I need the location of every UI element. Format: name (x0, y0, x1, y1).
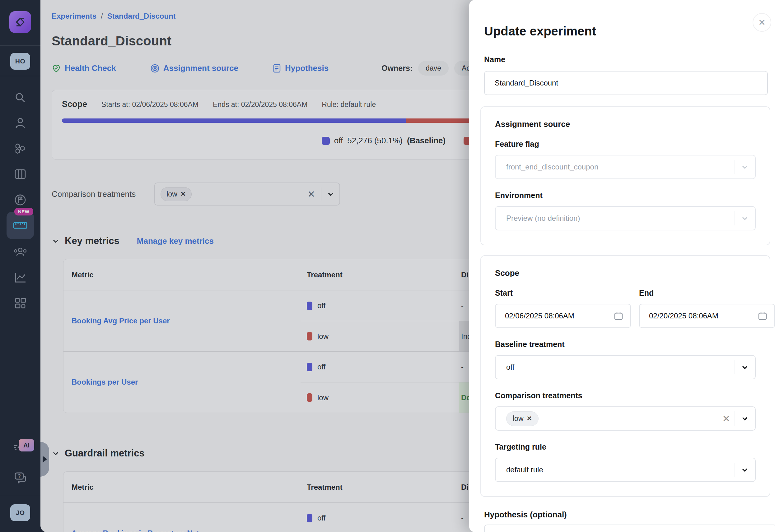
comparison-treatments-select[interactable]: low ✕ ✕ (495, 406, 756, 431)
calendar-icon[interactable] (758, 311, 768, 321)
chevron-down-icon[interactable] (740, 414, 749, 423)
start-label: Start (495, 289, 631, 298)
divider (735, 160, 735, 174)
name-input[interactable] (484, 71, 768, 95)
name-label: Name (484, 55, 775, 64)
targeting-rule-select[interactable]: default rule (495, 458, 756, 482)
hypothesis-textarea[interactable] (484, 525, 775, 532)
start-date-input[interactable]: 02/06/2025 08:06AM (495, 304, 631, 328)
end-label: End (639, 289, 775, 298)
targeting-rule-label: Targeting rule (495, 442, 756, 451)
calendar-icon[interactable] (614, 311, 624, 321)
divider (735, 211, 735, 225)
chevron-down-icon[interactable] (740, 363, 749, 372)
divider (735, 411, 735, 426)
end-date-input[interactable]: 02/20/2025 08:06AM (639, 304, 775, 328)
divider (735, 463, 735, 477)
feature-flag-select[interactable]: front_end_discount_coupon (495, 155, 756, 179)
scope-title: Scope (495, 268, 756, 278)
assignment-source-title: Assignment source (495, 119, 756, 129)
chevron-down-icon (740, 214, 749, 223)
divider (735, 360, 735, 374)
assignment-source-card: Assignment source Feature flag front_end… (480, 106, 770, 245)
drawer-title: Update experiment (484, 24, 775, 38)
comparison-treatments-label: Comparison treatments (495, 391, 756, 400)
feature-flag-label: Feature flag (495, 140, 756, 149)
treatment-chip-low[interactable]: low ✕ (506, 411, 539, 426)
update-experiment-drawer: ✕ Update experiment Name Assignment sour… (469, 0, 775, 532)
select-clear-icon[interactable]: ✕ (722, 413, 730, 424)
baseline-treatment-label: Baseline treatment (495, 340, 756, 349)
environment-label: Environment (495, 191, 756, 200)
hypothesis-label: Hypothesis (optional) (484, 510, 775, 520)
close-icon[interactable]: ✕ (753, 13, 771, 32)
chevron-down-icon (740, 162, 749, 172)
baseline-treatment-select[interactable]: off (495, 355, 756, 379)
scope-card: Scope Start 02/06/2025 08:06AM End 02/20… (480, 255, 770, 497)
environment-select[interactable]: Preview (no definition) (495, 206, 756, 230)
chevron-down-icon[interactable] (740, 465, 749, 474)
chip-remove-icon[interactable]: ✕ (527, 415, 532, 422)
